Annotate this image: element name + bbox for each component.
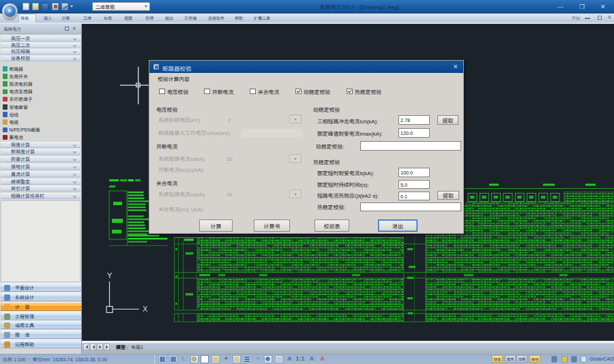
svg-text:Y: Y [107, 271, 113, 279]
svg-text:X: X [143, 305, 148, 313]
